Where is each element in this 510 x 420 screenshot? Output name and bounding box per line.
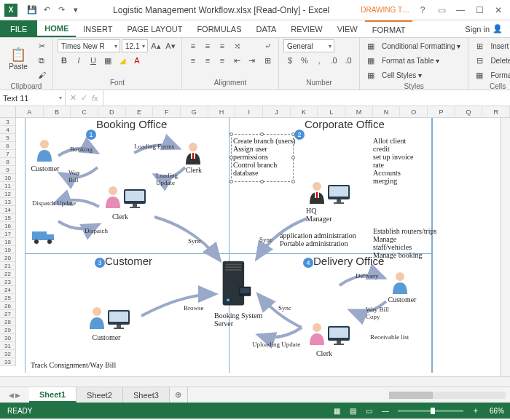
horizontal-scrollbar[interactable] <box>389 392 506 399</box>
delivery-customer-icon[interactable] <box>389 271 411 296</box>
row-header[interactable]: 30 <box>0 334 15 342</box>
underline-icon[interactable]: U <box>87 54 100 67</box>
hq-manager-icon[interactable] <box>306 181 328 205</box>
font-name-combo[interactable]: Times New R <box>58 39 120 52</box>
col-header[interactable]: A <box>16 106 44 117</box>
sign-in[interactable]: Sign in👤 <box>458 20 510 37</box>
help-icon[interactable]: ? <box>414 3 431 17</box>
row-header[interactable]: 13 <box>0 198 15 206</box>
selected-shape[interactable] <box>231 134 294 182</box>
merge-center-icon[interactable]: ⊞ <box>261 54 274 67</box>
vertical-scrollbar[interactable] <box>500 118 510 376</box>
row-header[interactable]: 5 <box>0 134 15 142</box>
col-header[interactable]: L <box>318 106 345 117</box>
col-header[interactable]: B <box>44 106 71 117</box>
col-header[interactable]: M <box>345 106 373 117</box>
worksheet-grid[interactable]: A B C D E F G H I J K L M N O P Q R 3456… <box>0 106 510 387</box>
align-center-icon[interactable]: ≡ <box>201 54 214 67</box>
sheet-canvas[interactable]: Booking Office 1 Corporate Office 2 Cust… <box>16 118 500 376</box>
row-header[interactable]: 16 <box>0 222 15 230</box>
number-format-combo[interactable]: General <box>283 39 334 52</box>
name-box[interactable]: Text 11 <box>0 90 66 106</box>
percent-icon[interactable]: % <box>298 54 311 67</box>
row-header[interactable]: 7 <box>0 150 15 158</box>
increase-font-icon[interactable]: A▴ <box>149 39 162 52</box>
monitor-cust-icon[interactable] <box>106 309 136 332</box>
minimize-icon[interactable]: — <box>452 3 469 17</box>
align-left-icon[interactable]: ≡ <box>187 54 200 67</box>
zoom-out-icon[interactable]: — <box>377 407 393 415</box>
row-header[interactable]: 19 <box>0 246 15 254</box>
monitor-delivery-icon[interactable] <box>326 325 356 348</box>
tab-view[interactable]: VIEW <box>330 20 365 37</box>
bold-icon[interactable]: B <box>58 54 71 67</box>
row-header[interactable]: 31 <box>0 342 15 350</box>
decrease-font-icon[interactable]: A▾ <box>164 39 177 52</box>
redo-icon[interactable]: ↷ <box>55 4 67 16</box>
customer2-icon[interactable] <box>86 306 108 330</box>
comma-icon[interactable]: , <box>313 54 326 67</box>
formula-input[interactable] <box>103 90 510 106</box>
conditional-formatting-button[interactable]: Conditional Formatting ▾ <box>379 42 463 50</box>
row-header[interactable]: 6 <box>0 142 15 150</box>
row-header[interactable]: 4 <box>0 126 15 134</box>
tab-formulas[interactable]: FORMULAS <box>189 20 248 37</box>
font-color-icon[interactable]: A <box>130 54 144 67</box>
tab-format[interactable]: FORMAT <box>365 20 413 37</box>
increase-indent-icon[interactable]: ⇥ <box>245 54 258 67</box>
row-header[interactable]: 26 <box>0 302 15 310</box>
close-icon[interactable]: ✕ <box>490 3 507 17</box>
decrease-decimal-icon[interactable]: .0 <box>342 54 355 67</box>
zoom-slider[interactable] <box>398 410 463 412</box>
col-header[interactable]: J <box>263 106 291 117</box>
sheet-tab-1[interactable]: Sheet1 <box>29 387 76 403</box>
col-header[interactable]: N <box>373 106 401 117</box>
row-header[interactable]: 21 <box>0 262 15 270</box>
row-header[interactable]: 28 <box>0 318 15 326</box>
sheet-tab-2[interactable]: Sheet2 <box>76 387 123 403</box>
sheet-tab-3[interactable]: Sheet3 <box>123 387 170 403</box>
tab-insert[interactable]: INSERT <box>76 20 119 37</box>
zoom-value[interactable]: 66% <box>484 407 510 415</box>
row-header[interactable]: 29 <box>0 326 15 334</box>
row-header[interactable]: 20 <box>0 254 15 262</box>
row-header[interactable]: 10 <box>0 174 15 182</box>
row-header[interactable]: 18 <box>0 238 15 246</box>
row-header[interactable]: 23 <box>0 278 15 286</box>
wrap-text-icon[interactable]: ⤶ <box>261 39 274 52</box>
view-normal-icon[interactable]: ▦ <box>329 407 345 415</box>
row-header[interactable]: 3 <box>0 118 15 126</box>
row-header[interactable]: 8 <box>0 158 15 166</box>
row-header[interactable]: 25 <box>0 294 15 302</box>
row-header[interactable]: 24 <box>0 286 15 294</box>
align-middle-icon[interactable]: ≡ <box>201 39 214 52</box>
orientation-icon[interactable]: ⤭ <box>230 39 243 52</box>
format-cells-button[interactable]: Format ▾ <box>487 71 510 79</box>
row-header[interactable]: 14 <box>0 206 15 214</box>
align-bottom-icon[interactable]: ≡ <box>216 39 229 52</box>
save-icon[interactable]: 💾 <box>26 4 38 16</box>
undo-icon[interactable]: ↶ <box>41 4 52 16</box>
tab-file[interactable]: FILE <box>0 20 37 37</box>
view-page-break-icon[interactable]: ▭ <box>361 407 377 415</box>
col-header[interactable]: P <box>428 106 455 117</box>
border-icon[interactable]: ▦ <box>101 54 114 67</box>
col-header[interactable]: H <box>208 106 236 117</box>
delivery-clerk-icon[interactable] <box>306 322 328 346</box>
col-header[interactable]: F <box>153 106 181 117</box>
row-header[interactable]: 11 <box>0 182 15 190</box>
fx-icon[interactable]: fx <box>92 94 98 103</box>
format-painter-icon[interactable]: 🖌 <box>35 68 48 82</box>
col-header[interactable]: R <box>482 106 510 117</box>
insert-cells-button[interactable]: Insert ▾ <box>487 42 510 50</box>
qat-more-icon[interactable]: ▾ <box>70 4 82 16</box>
server-icon[interactable] <box>220 258 254 312</box>
tab-home[interactable]: HOME <box>37 20 76 37</box>
copy-icon[interactable]: ⧉ <box>35 54 48 67</box>
tab-page-layout[interactable]: PAGE LAYOUT <box>119 20 189 37</box>
paste-button[interactable]: 📋 Paste <box>4 39 32 77</box>
col-header[interactable]: K <box>291 106 318 117</box>
row-header[interactable]: 9 <box>0 166 15 174</box>
clerk-icon[interactable] <box>182 141 204 166</box>
view-page-layout-icon[interactable]: ▤ <box>345 407 361 415</box>
